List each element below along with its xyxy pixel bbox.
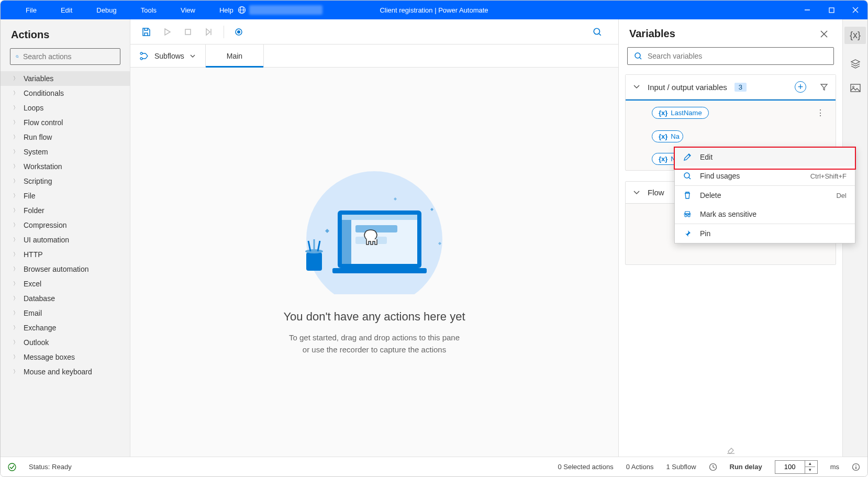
group-label: UI automation: [24, 236, 69, 244]
action-group-message-boxes[interactable]: 〉Message boxes: [1, 350, 130, 364]
menu-view[interactable]: View: [176, 4, 199, 16]
run-delay-value[interactable]: [775, 463, 805, 471]
minimize-button[interactable]: [795, 1, 819, 19]
variable-more-button[interactable]: ⋮: [812, 106, 828, 120]
arrow-down-icon[interactable]: ▼: [805, 467, 815, 473]
action-group-file[interactable]: 〉File: [1, 188, 130, 203]
group-label: Flow control: [24, 118, 63, 127]
variable-icon: {x}: [659, 109, 667, 117]
clear-button[interactable]: [625, 441, 836, 457]
action-group-folder[interactable]: 〉Folder: [1, 203, 130, 218]
run-button[interactable]: [159, 24, 175, 40]
ctx-edit[interactable]: Edit: [675, 148, 855, 167]
svg-point-43: [855, 464, 856, 465]
svg-line-38: [689, 178, 691, 179]
svg-rect-25: [306, 252, 322, 271]
trash-icon: [683, 191, 693, 199]
action-group-ui-automation[interactable]: 〉UI automation: [1, 232, 130, 247]
environment-picker[interactable]: [238, 5, 322, 15]
stop-button[interactable]: [180, 24, 196, 40]
chevron-right-icon: 〉: [13, 251, 18, 258]
action-group-scripting[interactable]: 〉Scripting: [1, 174, 130, 188]
ctx-find-usages[interactable]: Find usages Ctrl+Shift+F: [675, 167, 855, 185]
menu-debug[interactable]: Debug: [92, 4, 120, 16]
designer-center: Subflows Main: [130, 19, 618, 457]
action-group-variables[interactable]: 〉Variables: [1, 71, 130, 86]
action-group-exchange[interactable]: 〉Exchange: [1, 320, 130, 335]
run-delay-input[interactable]: ▲▼: [775, 460, 818, 474]
action-group-http[interactable]: 〉HTTP: [1, 247, 130, 262]
actions-list[interactable]: 〉Variables 〉Conditionals 〉Loops 〉Flow co…: [1, 71, 130, 457]
group-label: Scripting: [24, 177, 52, 185]
recorder-button[interactable]: [230, 24, 247, 40]
arrow-up-icon[interactable]: ▲: [805, 461, 815, 467]
menu-tools[interactable]: Tools: [137, 4, 161, 16]
action-group-email[interactable]: 〉Email: [1, 306, 130, 320]
group-label: Loops: [24, 104, 43, 112]
action-group-browser-automation[interactable]: 〉Browser automation: [1, 262, 130, 276]
rail-layers-button[interactable]: [850, 59, 861, 69]
search-variables-box[interactable]: [627, 47, 834, 65]
variable-chip-lastname[interactable]: {x}LastName: [652, 107, 709, 119]
search-actions-input[interactable]: [23, 52, 115, 61]
ctx-pin[interactable]: Pin: [675, 224, 855, 243]
filter-button[interactable]: [820, 83, 828, 91]
action-group-outlook[interactable]: 〉Outlook: [1, 335, 130, 350]
action-group-compression[interactable]: 〉Compression: [1, 218, 130, 232]
group-label: System: [24, 148, 48, 156]
chevron-right-icon: 〉: [13, 339, 18, 346]
add-variable-button[interactable]: +: [795, 81, 806, 93]
rail-variables-button[interactable]: {x}: [844, 27, 866, 44]
chevron-down-icon: [190, 53, 196, 59]
spinner-arrows[interactable]: ▲▼: [805, 461, 815, 473]
ctx-delete[interactable]: Delete Del: [675, 186, 855, 205]
close-button[interactable]: [843, 1, 867, 19]
chevron-right-icon: 〉: [13, 192, 18, 199]
search-actions-box[interactable]: [10, 48, 120, 65]
group-label: Run flow: [24, 133, 52, 141]
close-variables-button[interactable]: [816, 28, 832, 40]
action-group-system[interactable]: 〉System: [1, 145, 130, 159]
info-icon[interactable]: [852, 463, 860, 471]
step-button[interactable]: [201, 24, 217, 40]
svg-point-15: [140, 52, 142, 54]
rail-images-button[interactable]: [850, 84, 861, 93]
save-button[interactable]: [138, 24, 154, 40]
group-label: File: [24, 192, 36, 200]
variable-row[interactable]: {x}Na: [626, 125, 836, 148]
ctx-mark-sensitive[interactable]: Mark as sensitive: [675, 205, 855, 224]
maximize-button[interactable]: [819, 1, 843, 19]
menu-edit[interactable]: Edit: [57, 4, 76, 16]
menu-help[interactable]: Help: [215, 4, 238, 16]
subflows-dropdown[interactable]: Subflows: [130, 45, 206, 67]
designer-toolbar: [130, 19, 618, 45]
chevron-down-icon[interactable]: [633, 83, 640, 91]
action-group-database[interactable]: 〉Database: [1, 291, 130, 306]
action-group-excel[interactable]: 〉Excel: [1, 276, 130, 291]
svg-point-39: [8, 463, 16, 471]
action-group-loops[interactable]: 〉Loops: [1, 101, 130, 115]
svg-point-32: [635, 53, 640, 58]
menu-file[interactable]: File: [21, 4, 41, 16]
chevron-down-icon[interactable]: [633, 189, 640, 196]
action-group-flow-control[interactable]: 〉Flow control: [1, 115, 130, 130]
window-controls: [795, 1, 867, 19]
search-canvas-button[interactable]: [589, 24, 606, 40]
group-label: Database: [24, 294, 55, 303]
group-label: Variables: [24, 74, 53, 83]
svg-rect-22: [355, 225, 397, 232]
action-group-mouse-keyboard[interactable]: 〉Mouse and keyboard: [1, 364, 130, 379]
action-group-conditionals[interactable]: 〉Conditionals: [1, 86, 130, 101]
chevron-right-icon: 〉: [13, 368, 18, 375]
tab-main[interactable]: Main: [206, 45, 264, 67]
status-actions: 0 Actions: [626, 463, 654, 471]
variable-chip-na[interactable]: {x}Na: [652, 130, 683, 142]
group-label: Conditionals: [24, 89, 64, 97]
search-variables-input[interactable]: [648, 52, 827, 60]
designer-canvas[interactable]: You don't have any actions here yet To g…: [130, 68, 618, 457]
variable-row[interactable]: {x}LastName ⋮: [626, 101, 836, 125]
action-group-run-flow[interactable]: 〉Run flow: [1, 130, 130, 145]
action-group-workstation[interactable]: 〉Workstation: [1, 159, 130, 174]
pin-icon: [683, 229, 693, 238]
chevron-right-icon: 〉: [13, 90, 18, 97]
